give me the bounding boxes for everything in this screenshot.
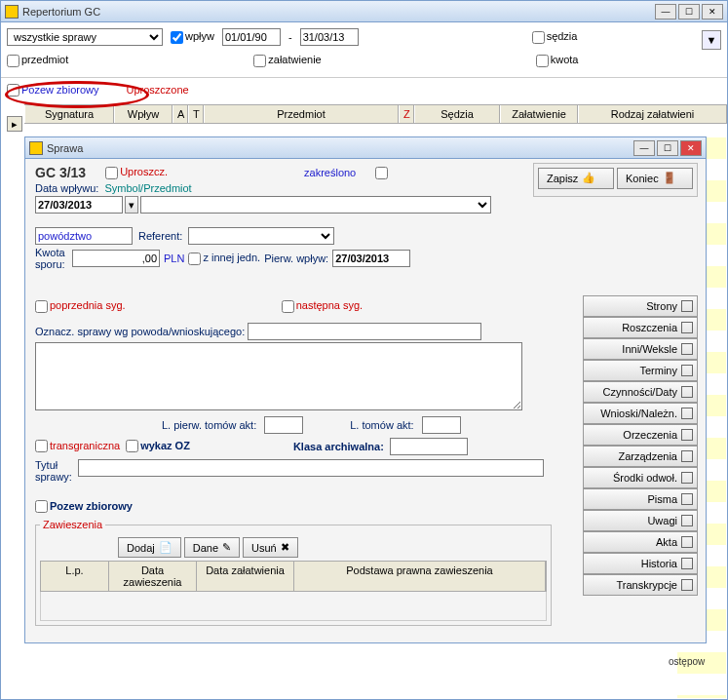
data-wplywu-input[interactable] [35,196,123,214]
filter-row2: przedmiot załatwienie kwota [1,52,727,75]
main-title: Repertorium GC [22,6,655,18]
zakreslono-check[interactable] [375,167,388,179]
symbol-label: Symbol/Przedmiot [104,182,191,194]
wplyw-check[interactable]: wpływ [171,30,214,44]
date-from-input[interactable] [222,28,281,46]
powodztwo-input[interactable] [35,227,133,245]
history-icon [681,558,693,569]
nastepna-check[interactable]: następna syg. [282,299,364,313]
referent-label: Referent: [138,230,182,242]
filter-icon[interactable]: ▼ [702,30,721,50]
dodaj-button[interactable]: Dodaj📄 [118,537,181,558]
save-icon: 👍 [582,172,595,185]
filter-dropdown[interactable]: wszystkie sprawy [7,28,163,46]
pierw-wplyw-input[interactable] [332,250,410,267]
row-handle-icon[interactable]: ▸ [7,116,22,132]
side-roszczenia[interactable]: Roszczenia [583,317,698,338]
sub-close-button[interactable]: ✕ [680,140,702,156]
side-historia[interactable]: Historia [583,553,698,574]
col-zalatwienie[interactable]: Załatwienie [500,105,578,123]
klasa-arch-label: Klasa archiwalna: [293,441,384,452]
kwota-check[interactable]: kwota [536,54,579,67]
side-uwagi[interactable]: Uwagi [583,510,698,531]
sedzia-check[interactable]: sędzia [532,30,578,44]
side-buttons: Strony Roszczenia Inni/Weksle Terminy Cz… [583,295,698,596]
side-terminy[interactable]: Terminy [583,360,698,381]
uproszczone-label: Uproszczone [126,84,188,96]
calendar-icon [681,365,693,376]
col-wplyw[interactable]: Wpływ [114,105,172,123]
l-pierw-tomow-input[interactable] [264,416,303,434]
col-a[interactable]: A [172,105,188,123]
save-area: Zapisz👍 Koniec🚪 [533,163,698,197]
side-pisma[interactable]: Pisma [583,488,698,510]
others-icon [681,343,693,355]
sub-app-icon [29,141,43,155]
sub-maximize-button[interactable]: ☐ [657,140,678,156]
sub-minimize-button[interactable]: — [633,140,655,156]
oznacz-input[interactable] [248,323,481,340]
usun-button[interactable]: Usuń✖ [243,537,298,558]
add-icon: 📄 [159,541,172,554]
zawieszenia-legend: Zawieszenia [40,519,105,530]
koniec-button[interactable]: Koniec🚪 [617,168,693,189]
side-akta[interactable]: Akta [583,531,698,553]
zalatwienie-check[interactable]: załatwienie [253,54,321,67]
susp-col-podstawa: Podstawa prawna zawieszenia [294,562,546,591]
people-icon [681,300,693,312]
zapisz-button[interactable]: Zapisz👍 [538,168,614,189]
side-strony[interactable]: Strony [583,295,698,317]
tytul-label: Tytuł sprawy: [35,459,74,483]
data-wplywu-label: Data wpływu: [35,182,98,194]
poprzednia-check[interactable]: poprzednia syg. [35,299,126,313]
susp-col-lp: L.p. [41,562,109,591]
dane-button[interactable]: Dane✎ [184,537,240,558]
pozew-zbiorowy-sub-check[interactable]: Pozew zbiorowy [35,500,133,512]
side-srodki[interactable]: Środki odwoł. [583,467,698,488]
col-rodzaj[interactable]: Rodzaj załatwieni [578,105,727,123]
l-tomow-label: L. tomów akt: [350,419,413,431]
side-orzeczenia[interactable]: Orzeczenia [583,424,698,446]
l-tomow-input[interactable] [422,416,461,434]
transgraniczna-check[interactable]: transgraniczna [35,440,120,453]
col-sedzia[interactable]: Sędzia [414,105,500,123]
l-pierw-tomow-label: L. pierw. tomów akt: [162,419,256,431]
activities-icon [681,386,693,398]
z-innej-check[interactable]: z innej jedn. [188,252,260,265]
susp-col-data-z: Data zawieszenia [109,562,197,591]
filter-row: wszystkie sprawy wpływ - sędzia [1,22,727,52]
tytul-input[interactable] [78,459,544,477]
wykaz-oz-check[interactable]: wykaz OZ [126,440,190,453]
kwota-sporu-label: Kwota sporu: [35,247,68,270]
col-przedmiot[interactable]: Przedmiot [204,105,399,123]
col-sygnatura[interactable]: Sygnatura [24,105,114,123]
side-transkrypcje[interactable]: Transkrypcje [583,574,698,596]
date-picker-button[interactable]: ▾ [125,196,138,214]
col-z[interactable]: Z [399,105,414,123]
col-t[interactable]: T [188,105,204,123]
minimize-button[interactable]: — [655,4,676,19]
kwota-input[interactable] [72,250,160,267]
przedmiot-check[interactable]: przedmiot [7,54,68,67]
app-icon [5,5,19,19]
zakreslono-label: zakreślono [304,167,356,178]
side-zarzadzenia[interactable]: Zarządzenia [583,446,698,467]
maximize-button[interactable]: ☐ [678,4,700,19]
side-wnioski[interactable]: Wnioski/Należn. [583,403,698,424]
date-to-input[interactable] [300,28,359,46]
row3: Pozew zbiorowy Uproszczone [1,80,727,101]
symbol-select[interactable] [140,196,491,214]
side-czynnosci[interactable]: Czynności/Daty [583,381,698,403]
column-headers: Sygnatura Wpływ A T Przedmiot Z Sędzia Z… [24,104,727,124]
sub-title: Sprawa [47,142,633,154]
side-inni[interactable]: Inni/Weksle [583,338,698,360]
klasa-arch-input[interactable] [390,438,468,455]
appeals-icon [681,472,693,484]
pozew-zbiorowy-main-check[interactable]: Pozew zbiorowy [7,84,98,97]
close-button[interactable]: ✕ [702,4,723,19]
referent-select[interactable] [188,227,334,245]
uproszcz-check[interactable]: Uproszcz. [105,166,168,179]
description-textarea[interactable] [35,342,522,410]
susp-col-data-zal: Data załatwienia [197,562,294,591]
oznacz-label: Oznacz. sprawy wg powoda/wnioskującego: [35,326,245,337]
